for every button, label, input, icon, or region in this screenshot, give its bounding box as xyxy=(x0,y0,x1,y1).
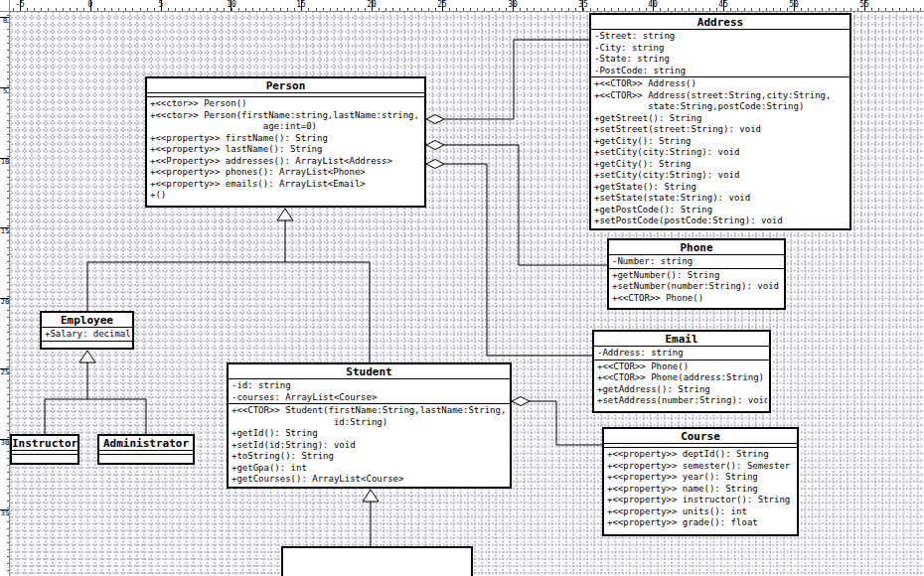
method-row: +getCity(): String xyxy=(594,136,847,148)
method-row: +<<CTOR>> Phone() xyxy=(597,361,767,373)
ruler-label: 45 xyxy=(718,0,728,9)
method-row: +<<property>> name(): String xyxy=(607,484,795,496)
method-row: +<<Property>> addresses(): ArrayList<Add… xyxy=(150,156,422,168)
method-row: +getPostCode(): String xyxy=(594,205,847,216)
method-row: +getCourses(): ArrayList<Course> xyxy=(231,474,508,486)
method-row: state:String,postCode:String) xyxy=(594,101,847,113)
method-row: +getGpa(): int xyxy=(231,463,508,475)
method-row: +<<property>> phones(): ArrayList<Phone> xyxy=(150,167,422,179)
class-student[interactable]: Student -id: string -courses: ArrayList<… xyxy=(227,362,512,489)
class-phone[interactable]: Phone -Number: string +getNumber(): Stri… xyxy=(607,238,786,310)
method-row: +setCity(city:String): void xyxy=(594,147,847,159)
method-row: +setAddress(number:String): void xyxy=(597,395,767,407)
class-title: Instructor xyxy=(12,436,77,451)
diagram-canvas[interactable]: Person +<<ctor>> Person() +<<ctor>> Pers… xyxy=(0,0,924,576)
attributes-compartment-empty xyxy=(12,451,77,455)
method-row: +<<CTOR>> Address() xyxy=(594,78,847,90)
ruler-vertical: 0 5 10 15 20 25 30 35 xyxy=(0,0,10,576)
methods-compartment: +<<property>> deptId(): String +<<proper… xyxy=(604,448,797,529)
ruler-label: 35 xyxy=(0,509,10,517)
attributes-compartment: +Salary: decimal xyxy=(42,328,132,342)
ruler-label: 15 xyxy=(296,0,306,9)
method-row: +toString(): String xyxy=(231,451,508,463)
ruler-label: 20 xyxy=(367,0,377,9)
aggregation-diamond-icon xyxy=(426,141,444,150)
method-row: +<<CTOR>> Student(firstName:String,lastN… xyxy=(231,405,508,417)
attributes-compartment-empty xyxy=(99,451,193,455)
aggregation-diamond-icon xyxy=(512,397,530,406)
class-title: Student xyxy=(229,364,510,379)
class-title: Phone xyxy=(609,240,784,255)
attribute-row: -id: string xyxy=(231,380,508,392)
ruler-label: 30 xyxy=(508,0,518,9)
attribute-row: -Address: string xyxy=(597,348,767,360)
method-row: +<<property>> deptId(): String xyxy=(607,449,795,461)
ruler-label: 20 xyxy=(0,298,10,306)
ruler-label: 10 xyxy=(227,0,236,9)
attribute-row: -State: string xyxy=(594,54,847,66)
ruler-label: 30 xyxy=(0,439,10,447)
class-email[interactable]: Email -Address: string +<<CTOR>> Phone()… xyxy=(592,330,771,413)
method-row: +getId(): String xyxy=(231,428,508,440)
class-person[interactable]: Person +<<ctor>> Person() +<<ctor>> Pers… xyxy=(145,76,426,208)
method-row: +getState(): String xyxy=(594,182,847,194)
method-row: +setState(state:String): void xyxy=(594,193,847,205)
attributes-compartment: -Street: string -City: string -State: st… xyxy=(591,30,849,77)
ruler-label: 0 xyxy=(0,17,10,25)
method-row: age:int=0) xyxy=(150,121,422,133)
class-title: Person xyxy=(147,78,424,93)
ruler-corner xyxy=(0,0,10,12)
attribute-row: -Number: string xyxy=(612,256,782,268)
class-address[interactable]: Address -Street: string -City: string -S… xyxy=(589,13,851,230)
attribute-row: -courses: ArrayList<Course> xyxy=(231,392,508,404)
ruler-label: 50 xyxy=(789,0,799,9)
method-row: +getStreet(): String xyxy=(594,113,847,125)
attribute-row: +Salary: decimal xyxy=(45,329,130,341)
uml-editor: Person +<<ctor>> Person() +<<ctor>> Pers… xyxy=(0,0,924,576)
attribute-row: -PostCode: string xyxy=(594,66,847,77)
method-row: +<<property>> semester(): Semester xyxy=(607,461,795,473)
method-row: +<<ctor>> Person() xyxy=(150,98,422,110)
edge-person-address xyxy=(444,40,589,119)
methods-compartment: +getNumber(): String +setNumber(number:S… xyxy=(609,269,784,305)
attributes-compartment: -Address: string xyxy=(594,347,769,360)
methods-compartment: +<<ctor>> Person() +<<ctor>> Person(firs… xyxy=(147,97,424,202)
method-row: +setId(id:String): void xyxy=(231,440,508,452)
ruler-horizontal: -5 0 5 10 15 20 25 30 35 40 45 50 55 xyxy=(0,0,924,12)
class-partial-bottom[interactable] xyxy=(281,546,473,576)
method-row: +<<property>> instructor(): String xyxy=(607,495,795,506)
method-row: +getNumber(): String xyxy=(612,270,782,282)
method-row: +<<property>> emails(): ArrayList<Email> xyxy=(150,179,422,191)
ruler-label: 5 xyxy=(159,0,164,9)
method-row: +getCity(): String xyxy=(594,159,847,171)
class-title: Address xyxy=(591,15,849,30)
attribute-row: -City: string xyxy=(594,43,847,55)
method-row: +setStreet(street:String): void xyxy=(594,124,847,136)
ruler-label: 35 xyxy=(578,0,588,9)
attributes-compartment: -Number: string xyxy=(609,255,784,269)
ruler-label: 5 xyxy=(0,87,10,95)
methods-compartment: +<<CTOR>> Phone() +<<CTOR>> Phone(addres… xyxy=(594,360,769,407)
class-instructor[interactable]: Instructor xyxy=(10,434,79,465)
ruler-label: 25 xyxy=(0,368,10,376)
class-title: Administrator xyxy=(99,436,193,451)
class-title: Course xyxy=(604,429,797,444)
inheritance-triangle-icon xyxy=(79,351,95,362)
edge-person-email xyxy=(444,164,592,356)
methods-compartment: +<<CTOR>> Student(firstName:String,lastN… xyxy=(229,404,510,486)
attributes-compartment: -id: string -courses: ArrayList<Course> xyxy=(229,379,510,404)
class-course[interactable]: Course +<<property>> deptId(): String +<… xyxy=(602,427,799,536)
ruler-label: 15 xyxy=(0,227,10,235)
class-title: Employee xyxy=(42,313,132,328)
method-row: +<<property>> units(): int xyxy=(607,506,795,518)
aggregation-diamond-icon xyxy=(426,115,444,124)
method-row: +<<property>> firstName(): String xyxy=(150,133,422,145)
method-row: id:String) xyxy=(231,417,508,429)
class-administrator[interactable]: Administrator xyxy=(97,434,195,465)
class-employee[interactable]: Employee +Salary: decimal xyxy=(40,311,134,350)
method-row: +() xyxy=(150,190,422,202)
ruler-label: 10 xyxy=(0,158,10,166)
aggregation-diamond-icon xyxy=(426,160,444,169)
method-row: +setCity(city:String): void xyxy=(594,170,847,182)
class-title: Email xyxy=(594,332,769,347)
